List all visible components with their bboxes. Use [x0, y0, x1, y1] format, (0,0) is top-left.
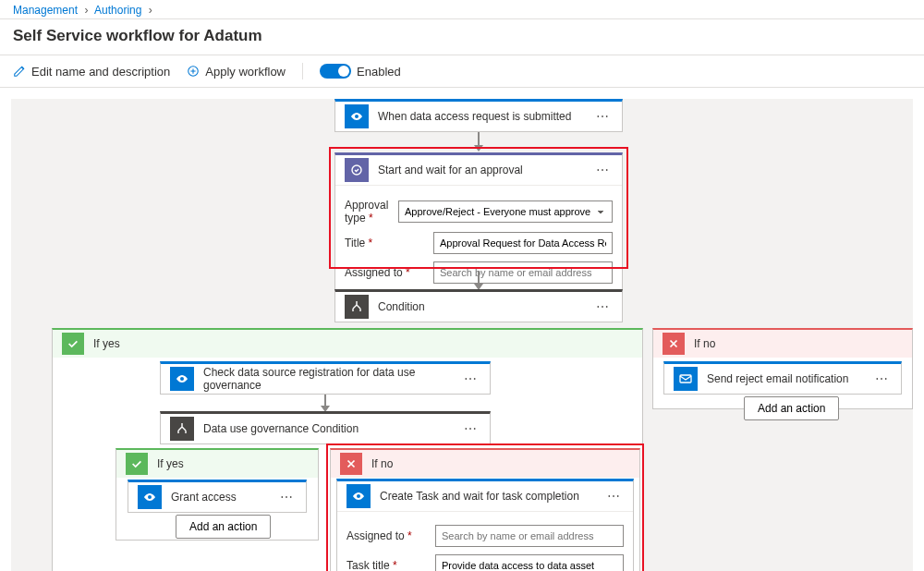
svg-point-1 — [352, 165, 361, 175]
condition-icon — [345, 295, 369, 319]
enabled-toggle[interactable] — [320, 64, 351, 79]
top-bar: Management › Authoring › — [0, 0, 924, 19]
breadcrumb-management[interactable]: Management — [13, 4, 78, 17]
toolbar: Edit name and description Apply workflow… — [0, 55, 924, 88]
trigger-title: When data access request is submitted — [378, 110, 583, 123]
approval-title: Start and wait for an approval — [378, 164, 583, 176]
eye-icon — [345, 104, 369, 128]
branch-no-label: If no — [694, 337, 715, 350]
check-icon — [126, 453, 148, 475]
task-title-label: Task title * — [346, 559, 435, 571]
create-task-menu[interactable]: ⋯ — [603, 489, 624, 504]
approval-menu[interactable]: ⋯ — [592, 163, 613, 177]
edit-name-description[interactable]: Edit name and description — [13, 65, 170, 79]
branch-no-label: If no — [371, 457, 393, 470]
trigger-node[interactable]: When data access request is submitted ⋯ — [334, 99, 623, 132]
condition-title: Condition — [378, 300, 583, 313]
close-icon — [663, 333, 685, 355]
check-ds-title: Check data source registration for data … — [203, 366, 451, 392]
approval-type-select[interactable]: Approve/Reject - Everyone must approve — [398, 200, 613, 223]
create-task-node[interactable]: Create Task and wait for task completion… — [336, 479, 634, 571]
dug-condition-menu[interactable]: ⋯ — [460, 421, 480, 436]
close-icon — [340, 453, 362, 475]
mail-icon — [674, 367, 698, 391]
condition-node[interactable]: Condition ⋯ — [334, 289, 623, 322]
trigger-menu[interactable]: ⋯ — [592, 109, 613, 124]
approval-title-input[interactable] — [433, 232, 613, 254]
plus-circle-icon — [187, 65, 200, 78]
approval-title-label: Title * — [345, 237, 433, 249]
task-assigned-label: Assigned to * — [346, 529, 435, 542]
chevron-right-icon: › — [149, 4, 152, 17]
approval-type-label: Approval type * — [345, 199, 398, 225]
enabled-toggle-group: Enabled — [320, 64, 401, 79]
approval-assigned-input[interactable] — [433, 261, 613, 284]
pencil-icon — [13, 65, 26, 78]
check-ds-node[interactable]: Check data source registration for data … — [160, 361, 491, 395]
reject-email-menu[interactable]: ⋯ — [871, 371, 892, 386]
create-task-title: Create Task and wait for task completion — [380, 490, 594, 503]
dug-condition-node[interactable]: Data use governance Condition ⋯ — [160, 411, 491, 444]
add-action-inner-yes[interactable]: Add an action — [176, 515, 271, 539]
task-assigned-input[interactable] — [435, 525, 624, 547]
svg-rect-2 — [680, 375, 691, 383]
chevron-right-icon: › — [84, 4, 88, 17]
check-ds-menu[interactable]: ⋯ — [460, 371, 480, 386]
branch-yes-label: If yes — [93, 337, 120, 350]
approval-icon — [345, 158, 369, 182]
reject-email-title: Send reject email notification — [707, 372, 862, 385]
branch-yes-label: If yes — [157, 457, 184, 470]
grant-access-menu[interactable]: ⋯ — [276, 490, 297, 504]
task-title-input[interactable] — [435, 554, 624, 571]
condition-menu[interactable]: ⋯ — [592, 299, 613, 314]
condition-icon — [170, 417, 194, 441]
grant-access-title: Grant access — [171, 491, 267, 504]
workflow-canvas: When data access request is submitted ⋯ … — [11, 99, 913, 571]
enabled-label: Enabled — [357, 65, 401, 79]
add-action-outer-no[interactable]: Add an action — [744, 396, 839, 420]
reject-email-node[interactable]: Send reject email notification ⋯ — [663, 361, 902, 395]
eye-icon — [170, 367, 194, 391]
eye-icon — [346, 484, 371, 508]
breadcrumb-authoring[interactable]: Authoring — [94, 4, 141, 17]
dug-condition-title: Data use governance Condition — [203, 422, 451, 435]
page-header: Self Service workflow for Adatum — [0, 19, 924, 55]
check-icon — [62, 333, 84, 355]
breadcrumb: Management › Authoring › — [13, 4, 911, 17]
toolbar-divider — [302, 63, 303, 79]
approval-assigned-label: Assigned to * — [345, 266, 433, 279]
eye-icon — [138, 485, 162, 509]
page-title: Self Service workflow for Adatum — [13, 27, 911, 45]
grant-access-node[interactable]: Grant access ⋯ — [128, 480, 307, 513]
apply-workflow[interactable]: Apply workflow — [187, 65, 286, 79]
